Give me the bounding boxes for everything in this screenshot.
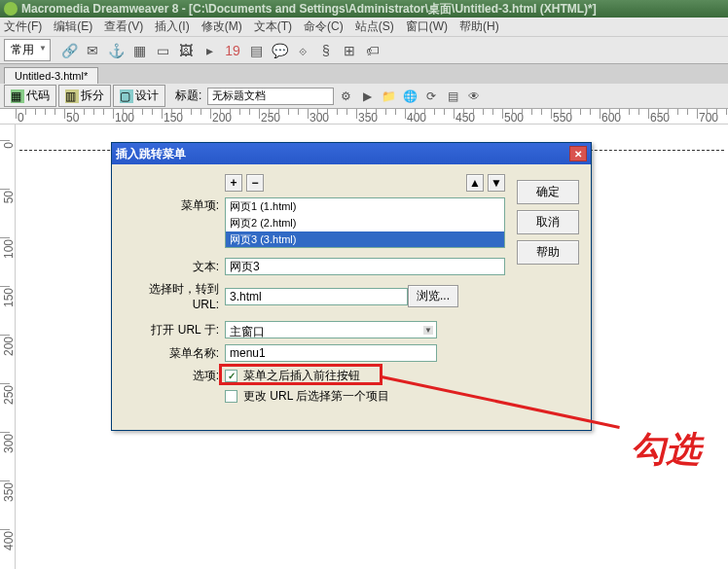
app-title: Macromedia Dreamweaver 8 - [C:\Documents… [21,1,597,18]
menu-site[interactable]: 站点(S) [355,18,394,35]
email-link-icon[interactable]: ✉ [82,40,103,61]
list-item[interactable]: 网页3 (3.html) [226,231,504,248]
menu-modify[interactable]: 修改(M) [201,18,242,35]
select-first-after-change-label: 更改 URL 后选择第一个项目 [243,388,389,405]
app-titlebar: Macromedia Dreamweaver 8 - [C:\Documents… [0,0,728,18]
document-tab[interactable]: Untitled-3.html* [4,67,98,84]
refresh-icon[interactable]: ⟳ [421,87,441,106]
menu-commands[interactable]: 命令(C) [304,18,344,35]
menu-edit[interactable]: 编辑(E) [54,18,92,35]
move-down-button[interactable]: ▼ [488,174,505,192]
head-icon[interactable]: ⟐ [292,40,313,61]
help-button[interactable]: 帮助 [517,240,579,265]
browser-check-icon[interactable]: ⚙ [336,87,355,106]
comment-icon[interactable]: 💬 [269,40,290,61]
browse-button[interactable]: 浏览... [408,285,458,307]
menu-text[interactable]: 文本(T) [254,18,292,35]
menu-name-input[interactable] [225,344,437,362]
open-in-select[interactable]: 主窗口 [225,321,437,338]
insert-toolbar: 常用 🔗 ✉ ⚓ ▦ ▭ 🖼 ▸ 19 ▤ 💬 ⟐ § ⊞ 🏷 [0,37,728,64]
title-label: 标题: [175,88,201,104]
script-icon[interactable]: § [315,40,337,61]
menu-window[interactable]: 窗口(W) [406,18,448,35]
hyperlink-icon[interactable]: 🔗 [58,40,80,61]
menu-items-label: 菜单项: [124,197,225,214]
file-mgmt-icon[interactable]: 📁 [379,87,398,106]
image-icon[interactable]: 🖼 [175,40,197,61]
server-include-icon[interactable]: ▤ [245,40,267,61]
horizontal-ruler: 0501001502002503003504004505005506006507… [0,109,728,124]
menu-items-listbox[interactable]: 网页1 (1.html)网页2 (2.html)网页3 (3.html) [225,197,505,248]
annotation-box [219,364,382,385]
tag-chooser-icon[interactable]: 🏷 [362,40,383,61]
list-item[interactable]: 网页2 (2.html) [226,215,504,231]
cancel-button[interactable]: 取消 [517,210,579,234]
open-in-label: 打开 URL 于: [124,322,225,338]
preview-icon[interactable]: 🌐 [400,87,419,106]
select-first-after-change-checkbox[interactable] [225,390,237,403]
anchor-icon[interactable]: ⚓ [105,40,127,61]
validate-icon[interactable]: ▶ [357,87,377,106]
document-tabbar: Untitled-3.html* [0,64,728,84]
table-icon[interactable]: ▦ [128,40,150,61]
menu-file[interactable]: 文件(F) [4,18,42,35]
code-view-button[interactable]: ▦代码 [4,85,56,107]
text-label: 文本: [124,259,225,275]
app-icon [4,2,18,16]
jump-menu-dialog: 插入跳转菜单 ✕ + − ▲ ▼ 菜单项: [111,142,592,431]
templates-icon[interactable]: ⊞ [339,40,360,61]
list-item[interactable]: 网页1 (1.html) [226,198,504,215]
insert-category-dropdown[interactable]: 常用 [4,39,51,61]
title-input[interactable] [207,88,334,105]
annotation-text: 勾选 [631,426,701,474]
media-icon[interactable]: ▸ [199,40,220,61]
date-icon[interactable]: 19 [222,40,243,61]
view-options-icon[interactable]: ▤ [443,87,462,106]
split-view-button[interactable]: ▥拆分 [58,85,111,107]
div-icon[interactable]: ▭ [152,40,173,61]
remove-item-button[interactable]: − [246,174,264,192]
design-view-button[interactable]: ▢设计 [113,85,165,107]
close-icon[interactable]: ✕ [569,146,587,161]
menu-help[interactable]: 帮助(H) [459,18,499,35]
dialog-title: 插入跳转菜单 [116,146,186,162]
url-input[interactable] [225,288,408,305]
move-up-button[interactable]: ▲ [466,174,484,192]
options-label: 选项: [124,368,225,384]
url-label: 选择时，转到 URL: [124,281,225,311]
menubar: 文件(F) 编辑(E) 查看(V) 插入(I) 修改(M) 文本(T) 命令(C… [0,18,728,37]
document-toolbar: ▦代码 ▥拆分 ▢设计 标题: ⚙ ▶ 📁 🌐 ⟳ ▤ 👁 [0,84,728,109]
add-item-button[interactable]: + [225,174,242,192]
text-input[interactable] [225,258,505,275]
menu-name-label: 菜单名称: [124,345,225,362]
menu-insert[interactable]: 插入(I) [155,18,189,35]
dialog-titlebar: 插入跳转菜单 ✕ [112,143,591,164]
menu-view[interactable]: 查看(V) [104,18,143,35]
visual-aids-icon[interactable]: 👁 [464,87,484,106]
vertical-ruler: 050100150200250300350400 [0,124,16,569]
ok-button[interactable]: 确定 [517,180,579,204]
